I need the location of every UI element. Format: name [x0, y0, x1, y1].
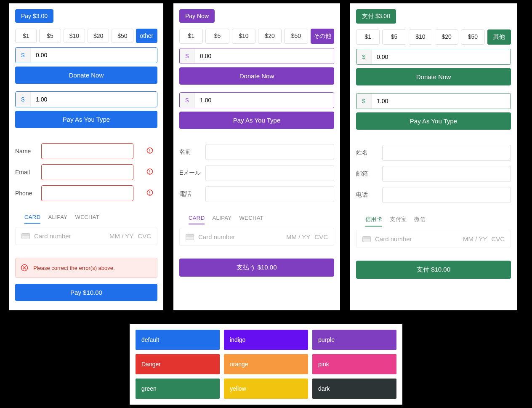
card-number-placeholder: Card number — [375, 235, 459, 243]
pay-final-button[interactable]: 支払う $10.00 — [179, 259, 334, 277]
custom-amount-input[interactable]: $ — [15, 47, 157, 63]
amount-50[interactable]: $50 — [461, 29, 484, 45]
amount-10[interactable]: $10 — [64, 29, 85, 43]
pay-top-button[interactable]: 支付 $3.00 — [356, 9, 396, 24]
amount-5[interactable]: $5 — [382, 29, 406, 45]
pay-as-you-type-button[interactable]: Pay As You Type — [179, 112, 334, 129]
payt-amount-input[interactable]: $ — [356, 93, 511, 109]
card-input[interactable]: Card number MM / YY CVC — [15, 227, 157, 245]
color-palette: default indigo purple Danger orange pink… — [130, 324, 402, 405]
pay-final-button[interactable]: 支付 $10.00 — [356, 261, 511, 279]
payt-amount-input[interactable]: $ — [179, 92, 334, 108]
amount-20[interactable]: $20 — [88, 29, 109, 43]
email-input[interactable] — [205, 165, 334, 181]
contact-form: 姓名 邮箱 电话 — [356, 145, 511, 203]
email-input[interactable] — [41, 164, 133, 180]
donate-now-button[interactable]: Donate Now — [179, 67, 334, 85]
card-icon — [186, 234, 194, 240]
card-number-placeholder: Card number — [198, 233, 282, 240]
amount-10[interactable]: $10 — [409, 29, 432, 45]
amount-row: $1 $5 $10 $20 $50 其他 — [356, 29, 511, 45]
amount-field[interactable] — [195, 93, 334, 108]
amount-row: $1 $5 $10 $20 $50 その他 — [179, 29, 334, 44]
card-icon — [21, 233, 30, 239]
tab-alipay[interactable]: 支付宝 — [390, 216, 407, 227]
tab-wechat[interactable]: WECHAT — [239, 215, 263, 224]
tab-card[interactable]: CARD — [24, 214, 40, 224]
swatch-yellow[interactable]: yellow — [224, 379, 308, 399]
donate-now-button[interactable]: Donate Now — [15, 67, 157, 84]
amount-field[interactable] — [372, 49, 511, 64]
phone-input[interactable] — [382, 187, 511, 203]
pay-top-button[interactable]: Pay Now — [179, 9, 215, 23]
card-input[interactable]: Card number MM / YY CVC — [356, 230, 511, 248]
pay-as-you-type-button[interactable]: Pay As You Type — [15, 111, 157, 128]
error-icon — [146, 168, 153, 176]
tab-wechat[interactable]: WECHAT — [75, 214, 99, 224]
payment-tabs: CARD ALIPAY WECHAT — [179, 215, 334, 224]
card-input[interactable]: Card number MM / YY CVC — [179, 228, 334, 246]
dollar-icon: $ — [180, 93, 195, 108]
amount-50[interactable]: $50 — [284, 29, 308, 44]
payt-amount-input[interactable]: $ — [15, 91, 157, 107]
amount-other[interactable]: 其他 — [487, 29, 511, 45]
swatch-pink[interactable]: pink — [312, 354, 396, 374]
name-input[interactable] — [205, 144, 334, 160]
card-expiry-placeholder: MM / YY — [109, 232, 133, 240]
tab-wechat[interactable]: 微信 — [414, 216, 426, 227]
dollar-icon: $ — [180, 48, 195, 64]
error-icon — [146, 147, 153, 155]
amount-20[interactable]: $20 — [435, 29, 458, 45]
tab-card[interactable]: 信用卡 — [365, 216, 382, 227]
pay-as-you-type-button[interactable]: Pay As You Type — [356, 112, 511, 130]
amount-10[interactable]: $10 — [232, 29, 255, 44]
swatch-default[interactable]: default — [136, 330, 220, 350]
swatch-green[interactable]: green — [136, 379, 220, 399]
amount-1[interactable]: $1 — [356, 29, 380, 45]
phone-label: 电话 — [356, 191, 378, 199]
amount-other[interactable]: その他 — [311, 29, 334, 44]
card-icon — [362, 236, 371, 242]
custom-amount-input[interactable]: $ — [179, 48, 334, 64]
name-input[interactable] — [382, 145, 511, 161]
phone-input[interactable] — [205, 186, 334, 202]
amount-20[interactable]: $20 — [258, 29, 282, 44]
pay-final-button[interactable]: Pay $10.00 — [15, 284, 157, 301]
dollar-icon: $ — [16, 48, 31, 63]
swatch-danger[interactable]: Danger — [136, 354, 220, 374]
custom-amount-input[interactable]: $ — [356, 49, 511, 65]
amount-field[interactable] — [372, 93, 511, 109]
amount-5[interactable]: $5 — [205, 29, 229, 44]
swatch-purple[interactable]: purple — [312, 330, 396, 350]
payment-panel-ja: Pay Now $1 $5 $10 $20 $50 その他 $ Donate N… — [173, 3, 341, 311]
name-input[interactable] — [41, 143, 133, 159]
card-expiry-placeholder: MM / YY — [286, 233, 310, 240]
amount-5[interactable]: $5 — [39, 29, 61, 43]
amount-other[interactable]: other — [136, 29, 157, 43]
tab-alipay[interactable]: ALIPAY — [212, 215, 231, 224]
card-cvc-placeholder: CVC — [491, 235, 505, 243]
dollar-icon: $ — [356, 93, 372, 109]
contact-form: Name Email Phone — [15, 143, 157, 201]
amount-field[interactable] — [31, 48, 157, 63]
amount-field[interactable] — [31, 92, 157, 107]
amount-1[interactable]: $1 — [179, 29, 203, 44]
card-cvc-placeholder: CVC — [314, 233, 328, 240]
amount-50[interactable]: $50 — [112, 29, 133, 43]
swatch-dark[interactable]: dark — [312, 379, 396, 399]
tab-alipay[interactable]: ALIPAY — [48, 214, 67, 224]
pay-top-button[interactable]: Pay $3.00 — [15, 9, 53, 23]
error-banner: Please correct the error(s) above. — [15, 258, 157, 278]
swatch-orange[interactable]: orange — [224, 354, 308, 374]
svg-point-2 — [150, 152, 150, 152]
tab-card[interactable]: CARD — [189, 215, 205, 224]
email-input[interactable] — [382, 166, 511, 182]
error-text: Please correct the error(s) above. — [33, 265, 115, 271]
amount-field[interactable] — [195, 48, 334, 64]
svg-point-5 — [150, 173, 150, 173]
donate-now-button[interactable]: Donate Now — [356, 68, 511, 85]
phone-input[interactable] — [41, 185, 133, 201]
swatch-indigo[interactable]: indigo — [224, 330, 308, 350]
amount-1[interactable]: $1 — [15, 29, 37, 43]
name-label: Name — [15, 148, 37, 155]
